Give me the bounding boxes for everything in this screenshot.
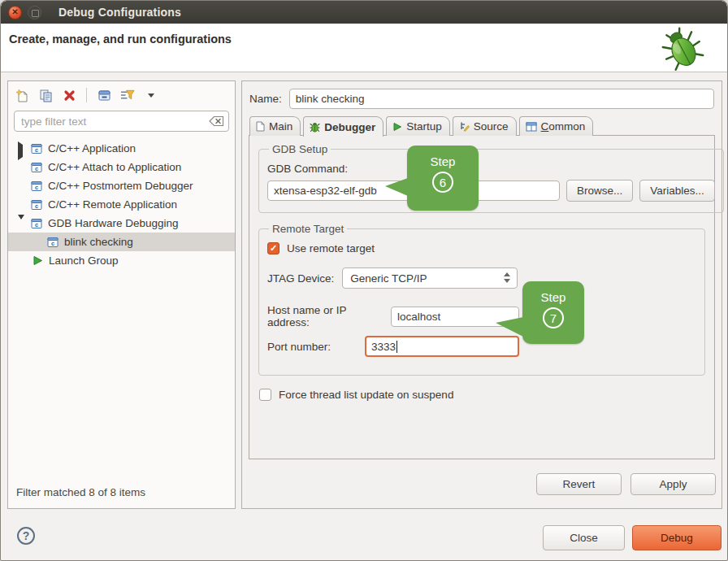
name-input[interactable] <box>289 89 714 109</box>
host-row: Host name or IP address: <box>267 304 696 328</box>
svg-text:c: c <box>35 146 38 154</box>
duplicate-configuration-icon[interactable] <box>38 88 53 102</box>
svg-text:c: c <box>35 184 38 191</box>
c-application-icon: c <box>31 199 42 211</box>
dialog-header: Create, manage, and run configurations <box>1 24 727 72</box>
source-lookup-icon <box>459 121 470 132</box>
clear-filter-icon[interactable] <box>209 115 224 127</box>
tab-common[interactable]: Common <box>519 116 594 136</box>
c-application-icon: c <box>31 180 42 192</box>
jtag-device-select[interactable]: Generic TCP/IP <box>342 267 518 289</box>
toolbar-separator <box>86 88 87 102</box>
configurations-panel: c C/C++ Application c C/C++ Attach to Ap… <box>7 80 236 509</box>
checkbox-checked-icon[interactable]: ✓ <box>267 242 280 254</box>
window-maximize-icon[interactable] <box>28 6 41 20</box>
debug-configurations-dialog: Debug Configurations Create, manage, and… <box>0 0 728 561</box>
port-input[interactable]: 3333 <box>365 336 519 357</box>
c-application-icon: c <box>31 162 42 173</box>
titlebar[interactable]: Debug Configurations <box>1 1 727 24</box>
dialog-footer: ? Close Debug <box>1 519 728 561</box>
c-application-icon: c <box>47 237 58 248</box>
expander-collapsed-icon[interactable] <box>18 145 26 153</box>
expander-expanded-icon[interactable] <box>18 220 26 228</box>
close-button[interactable]: Close <box>543 525 625 550</box>
tab-debugger[interactable]: Debugger <box>303 116 384 137</box>
filter-row <box>14 111 229 132</box>
gdb-setup-group: GDB Setup GDB Command: Browse... Variabl… <box>258 143 724 213</box>
browse-button[interactable]: Browse... <box>566 180 633 202</box>
name-row: Name: <box>249 89 714 109</box>
apply-button[interactable]: Apply <box>630 473 716 495</box>
common-table-icon <box>526 122 537 132</box>
svg-text:c: c <box>35 165 38 172</box>
config-tabs: Main Debugger St <box>249 116 715 136</box>
bug-beetle-icon <box>657 25 708 72</box>
filter-configurations-icon[interactable] <box>120 88 135 102</box>
debug-button[interactable]: Debug <box>632 525 722 550</box>
delete-configuration-icon[interactable] <box>62 88 76 102</box>
page-icon <box>256 121 265 132</box>
gdb-setup-legend: GDB Setup <box>269 143 331 155</box>
use-remote-target-label: Use remote target <box>287 242 375 254</box>
gdb-command-label: GDB Command: <box>267 163 715 175</box>
step-7-callout: Step 7 <box>522 281 584 344</box>
configurations-toolbar <box>8 81 235 109</box>
dialog-body: c C/C++ Application c C/C++ Attach to Ap… <box>1 80 728 509</box>
tree-item-gdb-hardware-debugging[interactable]: c GDB Hardware Debugging <box>8 214 235 233</box>
remote-target-group: Remote Target ✓ Use remote target JTAG D… <box>258 223 705 376</box>
svg-text:c: c <box>51 240 54 247</box>
tree-item-cpp-postmortem[interactable]: c C/C++ Postmortem Debugger <box>8 176 235 195</box>
tree-item-launch-group[interactable]: Launch Group <box>8 251 235 270</box>
jtag-device-label: JTAG Device: <box>267 272 334 285</box>
startup-play-icon <box>392 122 402 132</box>
svg-text:c: c <box>35 221 38 228</box>
new-configuration-icon[interactable] <box>15 88 29 102</box>
use-remote-target-row[interactable]: ✓ Use remote target <box>267 242 696 254</box>
svg-text:c: c <box>35 202 38 210</box>
port-row: Port number: 3333 <box>267 336 696 357</box>
spinner-arrows-icon[interactable] <box>504 272 510 283</box>
window-title: Debug Configurations <box>58 6 181 19</box>
dialog-subtitle: Create, manage, and run configurations <box>9 33 232 46</box>
port-label: Port number: <box>267 341 365 353</box>
debugger-bug-icon <box>310 122 320 133</box>
tab-source[interactable]: Source <box>453 116 517 136</box>
help-icon[interactable]: ? <box>17 527 35 545</box>
force-thread-row[interactable]: Force thread list update on suspend <box>259 389 704 401</box>
filter-match-status: Filter matched 8 of 8 items <box>8 481 235 508</box>
c-application-icon: c <box>31 143 42 154</box>
filter-input[interactable] <box>14 111 229 132</box>
remote-target-legend: Remote Target <box>269 223 347 235</box>
text-caret <box>396 341 397 353</box>
debugger-tab-content: GDB Setup GDB Command: Browse... Variabl… <box>249 135 715 459</box>
collapse-all-icon[interactable] <box>97 88 111 102</box>
tree-item-cpp-remote[interactable]: c C/C++ Remote Application <box>8 195 235 214</box>
revert-button[interactable]: Revert <box>536 473 622 495</box>
tree-item-cpp-attach[interactable]: c C/C++ Attach to Application <box>8 158 235 176</box>
checkbox-unchecked-icon[interactable] <box>259 389 271 401</box>
step-6-callout: Step 6 <box>407 146 479 211</box>
tab-main[interactable]: Main <box>249 116 301 136</box>
callout-tail-icon <box>496 317 523 337</box>
toolbar-menu-chevron-icon[interactable] <box>144 88 158 102</box>
jtag-device-row: JTAG Device: Generic TCP/IP <box>267 267 696 289</box>
launch-group-icon <box>32 255 43 266</box>
configuration-detail-panel: Name: Main <box>241 80 722 509</box>
force-thread-label: Force thread list update on suspend <box>279 389 453 401</box>
variables-button[interactable]: Variables... <box>639 180 715 202</box>
callout-tail-icon <box>385 178 408 196</box>
host-label: Host name or IP address: <box>267 304 391 328</box>
tab-startup[interactable]: Startup <box>386 116 450 136</box>
configurations-tree: c C/C++ Application c C/C++ Attach to Ap… <box>8 135 235 481</box>
c-application-icon: c <box>31 218 42 229</box>
window-close-icon[interactable] <box>8 6 22 20</box>
name-label: Name: <box>249 93 282 105</box>
tree-item-blink-checking[interactable]: c blink checking <box>8 233 235 251</box>
tree-item-cpp-application[interactable]: c C/C++ Application <box>8 139 235 158</box>
